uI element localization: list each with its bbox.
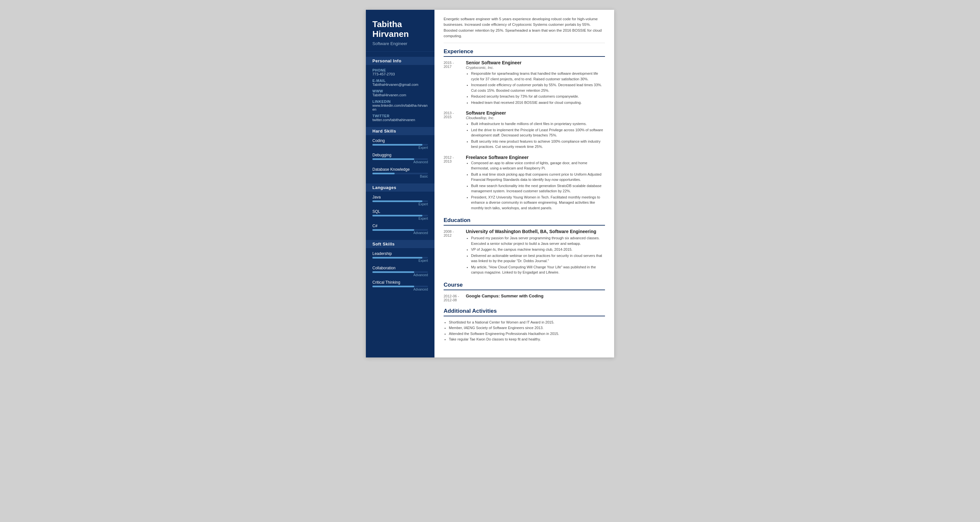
skill-bar-fill [372,200,422,202]
skill-name: Java [372,195,428,200]
summary: Energetic software engineer with 5 years… [444,16,605,43]
course-label: Course [444,282,605,290]
skill-level: Expert [372,146,428,149]
skill-item: Debugging Advanced [372,153,428,164]
languages-list: Java Expert SQL Expert C# Advanced [372,195,428,235]
bullet: Built new search functionality into the … [471,183,605,194]
skill-name: Database Knowledge [372,167,428,172]
edu-body: University of Washington Bothell, BA, So… [466,229,605,276]
contact-item: Twittertwitter.com/tabithahirvanen [372,114,428,122]
skill-item: Collaboration Advanced [372,266,428,277]
bullet-list: Composed an app to allow voice control o… [466,160,605,211]
contact-value: 773-457-2703 [372,72,428,76]
activity-item: Member, IAENG Society of Software Engine… [449,325,605,331]
languages-section: Languages Java Expert SQL Expert C# Adva… [366,184,434,235]
contact-item: WWWTabithaHirvanen.com [372,89,428,97]
skill-item: Critical Thinking Advanced [372,280,428,291]
skill-level: Expert [372,202,428,206]
hard-skills-section: Hard Skills Coding Expert Debugging Adva… [366,127,434,178]
edu-bullets: Pursued my passion for Java server progr… [466,235,605,275]
skill-bar-fill [372,144,422,146]
bullet: Delivered an actionable webinar on best … [471,253,605,264]
skill-name: Critical Thinking [372,280,428,285]
entry-body: Software Engineer Cloudwallop, Inc. Buil… [466,110,605,150]
skill-name: Coding [372,138,428,143]
bullet: Increased code efficiency of customer po… [471,82,605,93]
skill-item: SQL Expert [372,209,428,221]
bullet: Composed an app to allow voice control o… [471,160,605,171]
skill-level: Expert [372,217,428,221]
skill-level: Advanced [372,273,428,277]
candidate-title: Software Engineer [372,41,428,46]
skill-level: Advanced [372,160,428,164]
bullet: Responsible for spearheading teams that … [471,71,605,82]
skill-level: Expert [372,259,428,262]
job-title: Freelance Software Engineer [466,155,605,160]
skill-bar-bg [372,144,428,146]
skill-item: Leadership Expert [372,251,428,262]
edu-date: 2008 -2012 [444,229,466,276]
contact-label: WWW [372,89,428,93]
contact-label: LinkedIn [372,100,428,103]
education-section: Education 2008 -2012 University of Washi… [444,217,605,276]
skill-level: Advanced [372,231,428,235]
contact-label: E-mail [372,79,428,83]
main-content: Energetic software engineer with 5 years… [434,10,614,357]
bullet: Headed team that received 2016 BOSSIE aw… [471,100,605,105]
personal-info-section: Personal Info Phone773-457-2703E-mailTab… [366,57,434,122]
contact-label: Phone [372,68,428,72]
skill-item: C# Advanced [372,224,428,235]
experience-section: Experience 2015 -2017 Senior Software En… [444,48,605,211]
entry-body: Senior Software Engineer Cryptoconic, In… [466,60,605,106]
personal-info-label: Personal Info [366,57,434,65]
course-date: 2012-06 -2012-08 [444,294,466,302]
sidebar: TabithaHirvanen Software Engineer Person… [366,10,434,357]
bullet: VP of Jugger-Is, the campus machine lear… [471,247,605,252]
bullet: Built a real time stock picking app that… [471,172,605,182]
skill-name: SQL [372,209,428,214]
skill-bar-fill [372,271,414,273]
education-list: 2008 -2012 University of Washington Both… [444,229,605,276]
skill-item: Coding Expert [372,138,428,149]
contact-item: LinkedInwww.linkedin.com/in/tabitha-hirv… [372,100,428,111]
edu-title: University of Washington Bothell, BA, So… [466,229,605,234]
skill-bar-fill [372,286,414,287]
skill-bar-fill [372,257,422,259]
skill-name: C# [372,224,428,228]
soft-skills-section: Soft Skills Leadership Expert Collaborat… [366,240,434,291]
contact-value: www.linkedin.com/in/tabitha-hirvanen [372,103,428,111]
skill-level: Basic [372,175,428,178]
sidebar-header: TabithaHirvanen Software Engineer [366,20,434,52]
languages-label: Languages [366,184,434,192]
entry-date: 2013 -2015 [444,110,466,150]
skill-level: Advanced [372,287,428,291]
skill-name: Leadership [372,251,428,256]
experience-list: 2015 -2017 Senior Software Engineer Cryp… [444,60,605,211]
resume-container: TabithaHirvanen Software Engineer Person… [366,10,614,357]
skill-bar-bg [372,257,428,259]
activity-item: Attended the Software Engineering Profes… [449,331,605,337]
contact-value: TabithaHirvanen.com [372,93,428,97]
company-name: Cryptoconic, Inc. [466,66,605,70]
soft-skills-list: Leadership Expert Collaboration Advanced… [372,251,428,291]
soft-skills-label: Soft Skills [366,240,434,248]
hard-skills-label: Hard Skills [366,127,434,135]
contact-label: Twitter [372,114,428,118]
skill-bar-fill [372,229,414,231]
candidate-name: TabithaHirvanen [372,20,428,39]
course-section: Course 2012-06 -2012-08 Google Campus: S… [444,282,605,302]
entry-body: Freelance Software Engineer Composed an … [466,155,605,211]
skill-item: Database Knowledge Basic [372,167,428,178]
skill-bar-fill [372,173,395,175]
skill-name: Debugging [372,153,428,157]
contact-item: E-mailTabithaHirvanen@gmail.com [372,79,428,87]
skill-item: Java Expert [372,195,428,206]
skill-bar-bg [372,215,428,216]
education-label: Education [444,217,605,225]
entry-date: 2015 -2017 [444,60,466,106]
skill-name: Collaboration [372,266,428,270]
skill-bar-fill [372,158,414,160]
bullet: My article, "How Cloud Computing Will Ch… [471,265,605,275]
experience-entry: 2015 -2017 Senior Software Engineer Cryp… [444,60,605,106]
contact-item: Phone773-457-2703 [372,68,428,76]
